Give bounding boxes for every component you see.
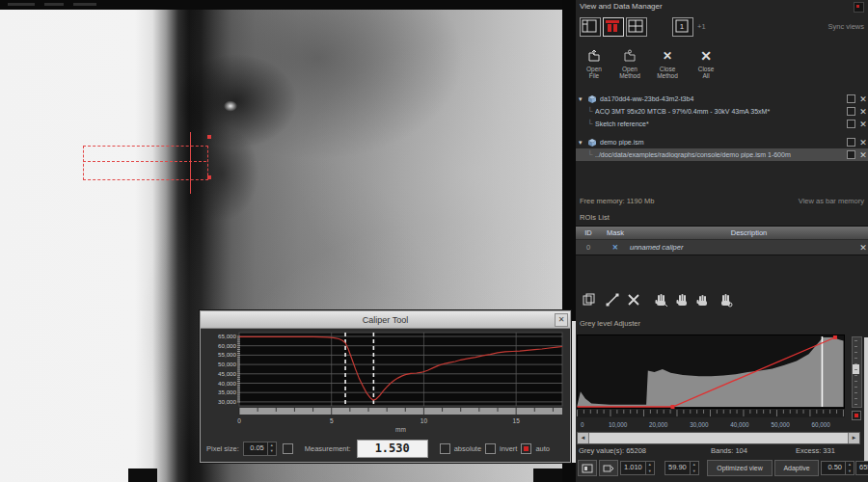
bands-status: Bands: 104	[711, 446, 747, 455]
close-all-label: Close All	[698, 66, 715, 79]
tree-child-row[interactable]: └Sketch reference*✕	[576, 118, 868, 130]
absolute-checkbox[interactable]	[440, 443, 450, 454]
layout-tree-view-button[interactable]	[580, 17, 601, 37]
col-id[interactable]: ID	[576, 228, 601, 237]
roi-settings-hand-icon[interactable]	[718, 292, 733, 308]
roi-delete-tool-icon[interactable]	[626, 292, 641, 308]
scroll-left-icon[interactable]: ◄	[578, 433, 588, 443]
auto-checkbox-label: auto	[535, 444, 550, 453]
histogram-log-checkbox[interactable]	[852, 411, 861, 420]
visibility-checkbox[interactable]	[847, 150, 855, 159]
open-file-button[interactable]: Open File	[578, 48, 610, 89]
tree-child-row[interactable]: └ACQ 3MT 95x20 MTCB - 97%/0.4mm - 30kV 4…	[576, 105, 868, 118]
pin-icon[interactable]	[854, 2, 864, 13]
svg-text:40,000: 40,000	[730, 421, 749, 428]
layout-single-view-button[interactable]	[603, 17, 624, 37]
visibility-checkbox[interactable]	[847, 138, 855, 147]
scrollbar-thumb[interactable]	[588, 433, 849, 443]
col-mask[interactable]: Mask	[601, 228, 630, 237]
dialog-titlebar[interactable]: Caliper Tool ✕	[201, 311, 570, 329]
sync-views-label[interactable]: Sync views	[827, 22, 864, 31]
roi-delete-icon[interactable]: ✕	[858, 243, 868, 253]
tree-child-row[interactable]: └../doc/data/examples/radiographs/consol…	[576, 148, 868, 161]
caliper-tool-dialog: Caliper Tool ✕ 65,00060,00055,00050,0004…	[200, 310, 571, 463]
pixel-size-stepper[interactable]: 0.05 ▲▼	[243, 442, 277, 456]
min-grey-stepper[interactable]: 1.010 ▲▼	[620, 461, 655, 475]
expander-icon[interactable]: ▾	[579, 95, 586, 103]
close-item-icon[interactable]: ✕	[858, 107, 868, 117]
roi-mask-icon[interactable]: ✕	[601, 243, 630, 252]
limit-field[interactable]: 65535	[855, 461, 868, 475]
svg-text:50,000: 50,000	[218, 361, 236, 367]
pixel-size-value: 0.05	[244, 442, 267, 455]
layout-grid-view-button[interactable]	[626, 17, 647, 37]
svg-text:60,000: 60,000	[812, 421, 831, 428]
menu-item[interactable]	[73, 3, 96, 6]
memory-view-toggle[interactable]: View as bar memory	[799, 197, 864, 205]
spinner-arrows[interactable]: ▲▼	[645, 462, 654, 474]
contrast-slider[interactable]	[852, 336, 862, 408]
close-all-button[interactable]: ✕ Close All	[690, 48, 722, 89]
col-description[interactable]: Description	[630, 228, 868, 237]
roi-line-tool-icon[interactable]	[605, 292, 620, 308]
close-item-icon[interactable]: ✕	[858, 150, 868, 160]
svg-text:35,000: 35,000	[218, 388, 236, 395]
caliper-roi-edgeline[interactable]	[190, 132, 191, 194]
optimized-view-button[interactable]: Optimized view	[707, 460, 773, 476]
close-item-icon[interactable]: ✕	[858, 120, 868, 129]
tree-group-row[interactable]: ▾demo pipe.ism✕	[576, 136, 868, 148]
roi-grab-hand-icon[interactable]	[694, 292, 710, 308]
roi-move-hand-icon[interactable]	[674, 292, 690, 308]
layout-extra-label: +1	[697, 22, 706, 31]
open-file-label: Open File	[586, 66, 602, 79]
open-method-button[interactable]: Open Method	[612, 48, 647, 89]
taskbar-chip[interactable]	[533, 469, 564, 482]
view-data-manager-panel: View and Data Manager 1 +1 Sync views Op…	[576, 0, 868, 482]
layout-one-up-button[interactable]: 1	[672, 17, 693, 37]
close-method-button[interactable]: ✕ Close Method	[649, 48, 686, 89]
gamma-stepper[interactable]: 0.50 ▲▼	[821, 461, 854, 475]
branch-line: └	[587, 107, 595, 116]
scroll-right-icon[interactable]: ►	[849, 433, 859, 443]
visibility-checkbox[interactable]	[847, 120, 855, 128]
invert-lut-icon-button[interactable]	[599, 460, 618, 476]
close-icon[interactable]: ✕	[555, 313, 568, 327]
dataset-cube-icon	[586, 137, 597, 147]
caliper-roi-centerline	[83, 161, 206, 162]
invert-checkbox[interactable]	[485, 443, 496, 454]
histogram-chart[interactable]: 010,00020,00030,00040,00050,00060,000	[577, 335, 847, 429]
window-level-icon-button[interactable]	[578, 460, 597, 476]
roi-handle-top[interactable]	[207, 135, 211, 139]
adaptive-button[interactable]: Adaptive	[774, 460, 819, 476]
invert-checkbox-label: invert	[500, 444, 517, 453]
app-window: Caliper Tool ✕ 65,00060,00055,00050,0004…	[0, 0, 868, 482]
close-dataset-icon[interactable]: ✕	[858, 94, 868, 104]
svg-text:15: 15	[513, 417, 521, 424]
expander-icon[interactable]: ▾	[579, 139, 586, 147]
close-all-icon: ✕	[700, 48, 712, 64]
max-grey-stepper[interactable]: 59.90 ▲▼	[665, 461, 699, 475]
spinner-arrows[interactable]: ▲▼	[845, 462, 854, 474]
visibility-checkbox[interactable]	[847, 94, 855, 103]
roi-copy-icon[interactable]	[582, 292, 597, 308]
tree-group-row[interactable]: ▾da170dd4-ww-23bd-43m2-t3b4✕	[576, 93, 868, 105]
menu-item[interactable]	[8, 3, 35, 6]
close-method-label: Close Method	[657, 66, 678, 79]
spinner-arrows[interactable]: ▲▼	[690, 462, 698, 474]
histogram-scrollbar[interactable]: ◄ ►	[577, 432, 860, 444]
svg-text:5: 5	[330, 417, 334, 424]
measurement-value: 1.530	[357, 440, 428, 458]
roi-draw-hand-icon[interactable]	[653, 292, 668, 308]
spinner-arrows[interactable]: ▲▼	[267, 442, 276, 455]
pixel-size-checkbox[interactable]	[283, 443, 293, 454]
taskbar-chip[interactable]	[128, 469, 157, 482]
rois-table-header[interactable]: ID Mask Description	[576, 227, 868, 240]
menu-item[interactable]	[44, 3, 64, 6]
menu-bar[interactable]	[0, 0, 564, 10]
min-grey-value: 1.010	[621, 462, 645, 474]
close-dataset-icon[interactable]: ✕	[858, 138, 868, 147]
auto-checkbox[interactable]	[521, 443, 531, 454]
visibility-checkbox[interactable]	[847, 107, 855, 116]
table-row[interactable]: 0 ✕ unnamed caliper ✕	[576, 240, 868, 254]
roi-handle-bottom[interactable]	[207, 175, 211, 179]
